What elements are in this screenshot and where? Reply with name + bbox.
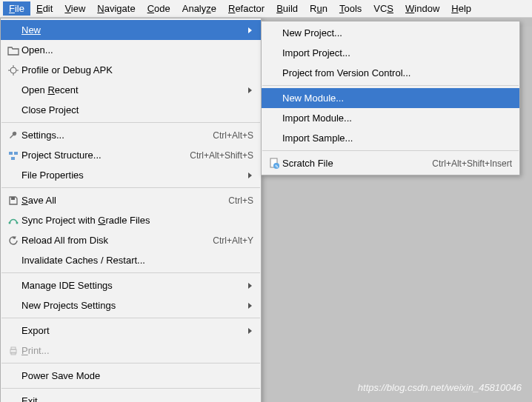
menu-shortcut: Ctrl+S xyxy=(228,195,253,206)
menubar-item-code[interactable]: Code xyxy=(142,1,176,16)
menu-item-settings[interactable]: Settings... Ctrl+Alt+S xyxy=(1,125,261,145)
menu-item-new-projects-settings[interactable]: New Projects Settings xyxy=(1,295,261,315)
blank-icon xyxy=(266,67,282,79)
menu-item-sync-gradle[interactable]: Sync Project with Gradle Files xyxy=(1,210,261,230)
menu-item-label: Export xyxy=(21,325,240,336)
menubar-item-navigate[interactable]: Navigate xyxy=(91,1,141,16)
menu-item-label: Project from Version Control... xyxy=(282,67,512,78)
svg-rect-5 xyxy=(9,152,13,155)
submenu-item-new-project[interactable]: New Project... xyxy=(262,23,519,43)
file-menu-dropdown: New Open... Profile or Debug APK Open Re… xyxy=(0,18,262,402)
menu-shortcut: Ctrl+Alt+S xyxy=(213,130,253,141)
menu-item-label: New Projects Settings xyxy=(21,300,240,311)
blank-icon xyxy=(5,300,21,312)
submenu-item-scratch-file[interactable]: ✎ Scratch File Ctrl+Alt+Shift+Insert xyxy=(262,153,519,173)
submenu-item-new-module[interactable]: New Module... xyxy=(262,88,519,108)
menubar-item-view[interactable]: View xyxy=(59,1,91,16)
menu-item-label: Project Structure... xyxy=(21,150,181,161)
menu-item-label: Exit xyxy=(21,395,253,402)
menu-item-project-structure[interactable]: Project Structure... Ctrl+Alt+Shift+S xyxy=(1,145,261,165)
svg-rect-12 xyxy=(11,347,16,349)
menu-item-exit[interactable]: Exit xyxy=(1,391,261,402)
submenu-item-import-project[interactable]: Import Project... xyxy=(262,43,519,63)
blank-icon xyxy=(266,133,282,144)
menu-separator xyxy=(1,272,260,273)
chevron-right-icon xyxy=(247,87,253,94)
debug-icon xyxy=(5,64,21,76)
chevron-right-icon xyxy=(247,282,253,289)
menu-item-new[interactable]: New xyxy=(1,20,261,40)
svg-point-9 xyxy=(9,221,11,224)
menubar-item-window[interactable]: Window xyxy=(399,1,445,16)
menubar-item-help[interactable]: Help xyxy=(445,1,477,16)
submenu-item-from-vcs[interactable]: Project from Version Control... xyxy=(262,63,519,83)
svg-text:✎: ✎ xyxy=(275,164,279,169)
submenu-item-import-module[interactable]: Import Module... xyxy=(262,108,519,128)
menu-item-reload-disk[interactable]: Reload All from Disk Ctrl+Alt+Y xyxy=(1,230,261,250)
menu-item-label: New Project... xyxy=(282,27,512,38)
menu-item-label: Print... xyxy=(21,345,253,356)
menu-item-save-all[interactable]: Save All Ctrl+S xyxy=(1,190,261,210)
blank-icon xyxy=(5,84,21,96)
svg-rect-6 xyxy=(14,152,18,155)
menu-item-label: Open... xyxy=(21,44,253,56)
menu-item-label: Import Module... xyxy=(282,113,512,124)
menu-item-invalidate-caches[interactable]: Invalidate Caches / Restart... xyxy=(1,250,261,270)
menu-item-label: Close Project xyxy=(21,104,253,115)
gradle-sync-icon xyxy=(5,215,21,227)
menubar-item-tools[interactable]: Tools xyxy=(333,1,368,16)
menu-item-label: File Properties xyxy=(21,170,240,181)
new-submenu: New Project... Import Project... Project… xyxy=(261,21,520,175)
menu-separator xyxy=(1,122,260,123)
menu-separator xyxy=(1,187,260,188)
menu-item-open[interactable]: Open... xyxy=(1,40,261,60)
svg-rect-8 xyxy=(11,197,15,200)
svg-point-10 xyxy=(16,221,19,224)
menu-item-power-save[interactable]: Power Save Mode xyxy=(1,366,261,386)
menu-shortcut: Ctrl+Alt+Shift+S xyxy=(190,150,253,161)
menubar-item-vcs[interactable]: VCS xyxy=(368,1,399,16)
menu-item-label: Reload All from Disk xyxy=(21,235,204,246)
menu-item-label: Import Sample... xyxy=(282,133,512,144)
chevron-right-icon xyxy=(247,27,253,34)
menu-item-label: Sync Project with Gradle Files xyxy=(21,215,253,226)
menubar-item-file[interactable]: File xyxy=(3,1,30,16)
menu-shortcut: Ctrl+Alt+Shift+Insert xyxy=(432,158,512,169)
menubar-item-run[interactable]: Run xyxy=(304,1,333,16)
submenu-item-import-sample[interactable]: Import Sample... xyxy=(262,128,519,148)
menubar-item-build[interactable]: Build xyxy=(270,1,304,16)
chevron-right-icon xyxy=(247,172,253,179)
blank-icon xyxy=(5,325,21,337)
menu-item-export[interactable]: Export xyxy=(1,321,261,341)
blank-icon xyxy=(266,47,282,59)
blank-icon xyxy=(5,255,21,267)
menu-item-label: Power Save Mode xyxy=(21,370,253,381)
menubar-item-refactor[interactable]: Refactor xyxy=(222,1,270,16)
save-icon xyxy=(5,195,21,207)
menubar-item-edit[interactable]: Edit xyxy=(30,1,59,16)
blank-icon xyxy=(5,24,21,36)
menu-item-label: Profile or Debug APK xyxy=(21,64,253,76)
menu-item-open-recent[interactable]: Open Recent xyxy=(1,80,261,100)
blank-icon xyxy=(5,280,21,292)
menu-item-manage-ide-settings[interactable]: Manage IDE Settings xyxy=(1,275,261,295)
menu-separator xyxy=(262,85,519,86)
blank-icon xyxy=(266,113,282,124)
menu-item-close-project[interactable]: Close Project xyxy=(1,100,261,120)
print-icon xyxy=(5,345,21,357)
menu-item-profile-apk[interactable]: Profile or Debug APK xyxy=(1,60,261,80)
menu-separator xyxy=(262,150,519,151)
menu-shortcut: Ctrl+Alt+Y xyxy=(213,235,253,246)
blank-icon xyxy=(266,93,282,104)
menu-item-label: Scratch File xyxy=(282,158,423,169)
menu-item-label: Invalidate Caches / Restart... xyxy=(21,255,253,266)
menu-item-file-properties[interactable]: File Properties xyxy=(1,165,261,185)
blank-icon xyxy=(5,395,21,403)
menu-item-label: Open Recent xyxy=(21,84,240,96)
menubar: FileEditViewNavigateCodeAnalyzeRefactorB… xyxy=(0,0,532,18)
menubar-item-analyze[interactable]: Analyze xyxy=(176,1,222,16)
structure-icon xyxy=(5,150,21,161)
blank-icon xyxy=(266,27,282,39)
svg-rect-7 xyxy=(11,157,15,160)
reload-icon xyxy=(5,235,21,247)
